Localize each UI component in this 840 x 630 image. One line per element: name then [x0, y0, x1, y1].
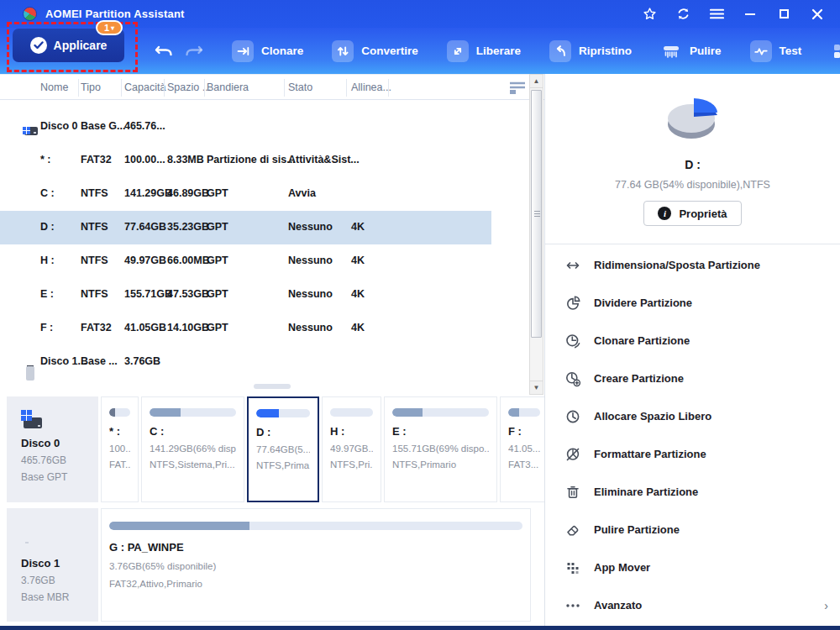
shred-button[interactable]: Pulire — [660, 40, 722, 62]
partition-cell-g[interactable]: G : PA_WINPE 3.76GB(65% disponibile) FAT… — [101, 508, 531, 622]
partition-cell-h[interactable]: H : 49.97GB... NTFS,Pri... — [322, 396, 381, 502]
disk1-card[interactable]: Disco 1 3.76GB Base MBR — [7, 508, 98, 622]
table-row-e[interactable]: E :NTFS155.71GB47.53GBGPTNessuno4K — [0, 278, 491, 312]
disk-icon — [23, 117, 39, 134]
redo-icon[interactable] — [183, 40, 205, 62]
table-horizontal-scrollbar[interactable] — [0, 383, 491, 390]
disk-name: Disco 1 — [21, 557, 98, 570]
table-row-disk0[interactable]: Disco 0Base G...465.76... — [0, 110, 491, 144]
scroll-up-icon[interactable]: ▲ — [530, 75, 543, 88]
clone-button[interactable]: Clonare — [232, 40, 303, 62]
table-header: Nome Tipo Capacità Spazio ... Bandiera S… — [0, 74, 544, 100]
scrollbar-thumb[interactable] — [531, 90, 542, 338]
partition-cell-c[interactable]: C : 141.29GB(66% disp... NTFS,Sistema,Pr… — [141, 396, 244, 502]
resize-move-icon — [564, 257, 581, 274]
convert-label: Convertire — [361, 45, 418, 57]
menu-item-resize-move[interactable]: Ridimensiona/Sposta Partizione — [545, 246, 840, 284]
minimize-icon[interactable] — [739, 4, 761, 24]
col-capacita[interactable]: Capacità — [124, 81, 165, 93]
delete-partition-icon — [564, 484, 581, 501]
maximize-icon[interactable] — [773, 4, 795, 24]
window-bottom-edge — [0, 626, 840, 630]
col-bandiera[interactable]: Bandiera — [207, 81, 249, 93]
col-stato[interactable]: Stato — [288, 81, 312, 93]
split-partition-icon — [564, 295, 581, 312]
partition-cell-star[interactable]: * : 100.... FAT... — [101, 396, 139, 502]
close-icon[interactable] — [806, 4, 828, 24]
selected-volume-name: D : — [545, 158, 840, 171]
app-logo-icon — [23, 7, 37, 21]
partition-table: Nome Tipo Capacità Spazio ... Bandiera S… — [0, 74, 544, 395]
disk0-card[interactable]: Disco 0 465.76GB Base GPT — [7, 396, 98, 502]
menu-icon[interactable] — [706, 4, 727, 24]
favorite-icon[interactable] — [638, 4, 660, 24]
disk-scheme: Base GPT — [21, 471, 98, 483]
menu-item-advanced[interactable]: Avanzato › — [545, 586, 840, 624]
hscrollbar-thumb[interactable] — [254, 384, 291, 389]
menu-item-allocate[interactable]: Allocare Spazio Libero — [545, 397, 840, 435]
window-controls — [638, 4, 828, 24]
app-window: AOMEI Partition Assistant — [0, 0, 840, 630]
menu-item-wipe[interactable]: Pulire Partizione — [545, 511, 840, 549]
app-mover-icon — [564, 559, 581, 576]
pending-operations-badge[interactable]: 1▾ — [96, 20, 123, 35]
info-icon: i — [658, 207, 671, 220]
col-allinea[interactable]: Allinea... — [351, 81, 391, 93]
convert-button[interactable]: Convertire — [332, 40, 418, 62]
menu-item-clone[interactable]: Clonare Partizione — [545, 322, 840, 360]
advanced-icon — [564, 597, 581, 614]
test-label: Test — [780, 45, 802, 57]
tools-button[interactable]: Strumenti — [830, 40, 840, 62]
properties-button[interactable]: i Proprietà — [643, 201, 741, 226]
chevron-right-icon: › — [824, 599, 828, 612]
partition-actions-menu: Ridimensiona/Sposta Partizione Dividere … — [545, 244, 840, 624]
apply-label: Applicare — [54, 39, 108, 52]
format-partition-icon — [564, 446, 581, 463]
undo-icon[interactable] — [153, 40, 175, 62]
refresh-icon[interactable] — [672, 4, 694, 24]
partition-cell-e[interactable]: E : 155.71GB(69% dispo... NTFS,Primario — [384, 396, 497, 502]
partition-cell-f[interactable]: F : 41.05... FAT3... — [500, 396, 549, 502]
partition-cell-d-selected[interactable]: D : 77.64GB(5... NTFS,Prima... — [247, 396, 319, 502]
table-row-star[interactable]: * :FAT32100.00...8.33MBPartizione di sis… — [0, 144, 491, 177]
table-row-disk1[interactable]: Disco 1...Base ...3.76GB — [0, 345, 491, 381]
column-options-icon[interactable] — [508, 81, 527, 97]
restore-icon — [549, 40, 571, 62]
shred-label: Pulire — [690, 45, 722, 57]
table-row-h[interactable]: H :NTFS49.97GB66.00MBGPTNessuno4K — [0, 244, 491, 278]
free-up-icon — [447, 40, 469, 62]
disk-list-section: Nome Tipo Capacità Spazio ... Bandiera S… — [0, 74, 544, 626]
disk-icon — [21, 410, 38, 427]
menu-item-delete[interactable]: Eliminare Partizione — [545, 473, 840, 511]
table-row-c[interactable]: C :NTFS141.29GB46.89GBGPTAvvia — [0, 177, 491, 211]
create-partition-icon — [564, 370, 581, 387]
disk1-strip: Disco 1 3.76GB Base MBR G : PA_WINPE 3.7… — [7, 508, 531, 622]
clone-label: Clonare — [261, 45, 303, 57]
menu-item-create[interactable]: Creare Partizione — [545, 360, 840, 397]
col-tipo[interactable]: Tipo — [81, 81, 101, 93]
shred-icon — [660, 40, 682, 62]
menu-item-format[interactable]: Formattare Partizione — [545, 435, 840, 473]
table-row-d-selected[interactable]: D :NTFS77.64GB35.23GBGPTNessuno4K — [0, 211, 491, 244]
disk-size: 465.76GB — [21, 454, 98, 466]
free-up-button[interactable]: Liberare — [447, 40, 521, 62]
table-vertical-scrollbar[interactable]: ▲ ▼ — [529, 74, 543, 395]
wipe-partition-icon — [564, 522, 581, 538]
table-body: Disco 0Base G...465.76... * :FAT32100.00… — [0, 100, 544, 381]
allocate-free-space-icon — [564, 408, 581, 425]
test-icon — [750, 40, 772, 62]
menu-item-split[interactable]: Dividere Partizione — [545, 284, 840, 322]
disk-size: 3.76GB — [21, 575, 98, 586]
clone-partition-icon — [564, 333, 581, 349]
table-row-f[interactable]: F :FAT3241.05GB14.10GBGPTNessuno4K — [0, 312, 491, 345]
menu-item-app-mover[interactable]: App Mover — [545, 549, 840, 586]
scroll-down-icon[interactable]: ▼ — [530, 381, 543, 394]
test-button[interactable]: Test — [750, 40, 802, 62]
disk0-strip: Disco 0 465.76GB Base GPT * : 100.... FA… — [7, 396, 531, 502]
col-nome[interactable]: Nome — [40, 81, 68, 93]
restore-button[interactable]: Ripristino — [549, 40, 632, 62]
clone-icon — [232, 40, 254, 62]
usb-icon — [26, 355, 34, 377]
toolbar: Applicare 1▾ Clonare — [0, 28, 840, 74]
toolbar-buttons: Clonare Convertire Liberare Ripristino — [232, 40, 840, 62]
